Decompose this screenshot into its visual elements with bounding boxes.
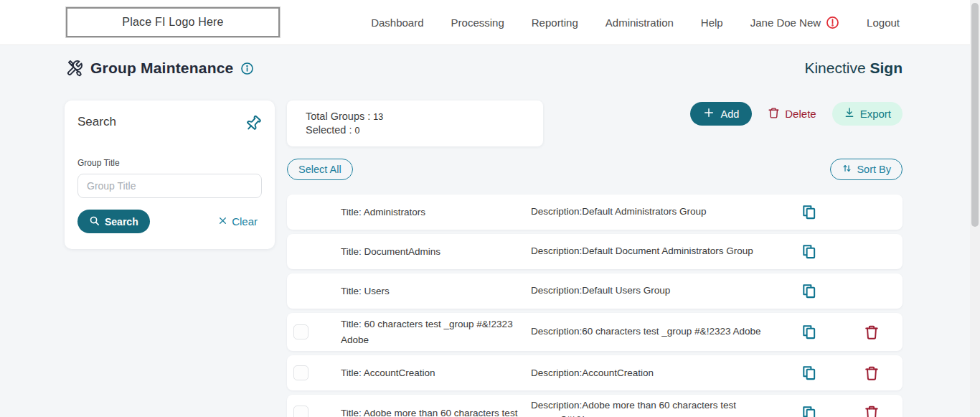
clear-button-label: Clear [232,215,258,228]
maintenance-tools-icon [66,60,83,77]
selected-value: 0 [355,126,360,136]
search-button[interactable]: Search [77,210,150,233]
nav-reporting[interactable]: Reporting [532,17,578,29]
info-icon[interactable] [240,62,254,75]
scrollbar-thumb[interactable] [971,3,979,227]
fi-logo-placeholder: Place FI Logo Here [66,7,280,37]
select-all-label: Select All [298,164,341,175]
group-row: Title: 60 characters test _group #&!2323… [287,313,903,351]
brand-bold: Sign [870,60,903,76]
page-header: Group Maintenance Kinective Sign [66,60,903,77]
group-title-text: Title: 60 characters test _group #&!2323… [333,317,531,347]
summary-card: Total Groups : 13 Selected : 0 [287,100,543,146]
main-nav: Dashboard Processing Reporting Administr… [371,16,900,29]
copy-icon[interactable] [801,204,817,220]
row-checkbox[interactable] [293,324,308,339]
plus-icon [703,107,715,121]
row-checkbox[interactable] [293,365,308,380]
nav-user-menu[interactable]: Jane Doe New [750,16,839,29]
export-button-label: Export [860,108,891,120]
copy-icon[interactable] [801,324,817,340]
group-description-text: Description:60 characters test _group #&… [531,324,776,339]
group-row: Title: Adobe more than 60 characters tes… [287,395,903,417]
copy-icon[interactable] [801,365,817,381]
main-content: Search Group Title Search [65,100,903,417]
nav-help[interactable]: Help [701,17,723,29]
row-checkbox[interactable] [293,406,308,417]
search-panel-title: Search [77,115,116,129]
group-title-text: Title: AccountCreation [333,365,531,381]
brand-regular: Kinective [804,60,865,76]
group-title-text: Title: Adobe more than 60 characters tes… [333,406,531,417]
nav-processing[interactable]: Processing [451,17,504,29]
selected-label: Selected : [306,124,352,136]
row-delete-icon[interactable] [864,405,880,417]
group-description-text: Description:Default Document Administrat… [531,244,776,258]
add-button[interactable]: Add [690,102,752,126]
group-description-text: Description:Adobe more than 60 character… [531,398,776,417]
group-description-text: Description:Default Administrators Group [531,205,776,219]
row-delete-icon[interactable] [864,365,880,381]
alert-exclamation-icon[interactable] [826,16,839,29]
delete-button-label: Delete [785,108,816,120]
total-groups-value: 13 [373,112,383,122]
copy-icon[interactable] [801,405,817,417]
page-title: Group Maintenance [90,60,233,77]
nav-logout[interactable]: Logout [867,17,900,29]
nav-administration[interactable]: Administration [606,17,674,29]
group-row: Title: AccountCreation Description:Accou… [287,355,903,390]
total-groups-label: Total Groups : [306,111,370,122]
nav-dashboard[interactable]: Dashboard [371,17,423,29]
sort-arrows-icon [842,163,852,176]
search-button-label: Search [105,216,138,228]
export-button[interactable]: Export [832,102,903,126]
group-title-label: Group Title [77,158,262,168]
download-icon [844,107,855,121]
clear-button[interactable]: Clear [218,215,258,228]
sort-by-label: Sort By [857,164,891,175]
trash-icon [768,107,780,121]
group-row: Title: DocumentAdmins Description:Defaul… [287,234,903,269]
clear-x-icon [218,215,227,228]
row-delete-icon[interactable] [864,324,880,340]
group-title-text: Title: DocumentAdmins [333,244,531,260]
brand-kinective-sign: Kinective Sign [804,60,903,77]
group-description-text: Description:Default Users Group [531,284,776,298]
select-all-button[interactable]: Select All [287,159,353,180]
search-icon [89,215,100,228]
group-row: Title: Administrators Description:Defaul… [287,195,903,230]
group-title-text: Title: Users [333,284,531,299]
delete-button[interactable]: Delete [768,107,816,121]
fi-logo-text: Place FI Logo Here [122,16,223,29]
sort-by-button[interactable]: Sort By [830,159,903,180]
top-navigation-bar: Place FI Logo Here Dashboard Processing … [0,0,980,45]
user-name: Jane Doe New [750,17,821,29]
pin-icon[interactable] [245,115,262,135]
group-list: Title: Administrators Description:Defaul… [287,195,903,417]
groups-section: Total Groups : 13 Selected : 0 Add [287,100,903,417]
copy-icon[interactable] [801,243,817,260]
add-button-label: Add [720,108,739,120]
search-panel: Search Group Title Search [65,100,275,249]
group-title-input[interactable] [77,174,262,198]
group-title-text: Title: Administrators [333,205,531,220]
group-description-text: Description:AccountCreation [531,366,776,380]
group-row: Title: Users Description:Default Users G… [287,273,903,309]
scrollbar-track[interactable] [970,0,980,417]
copy-icon[interactable] [801,283,817,299]
